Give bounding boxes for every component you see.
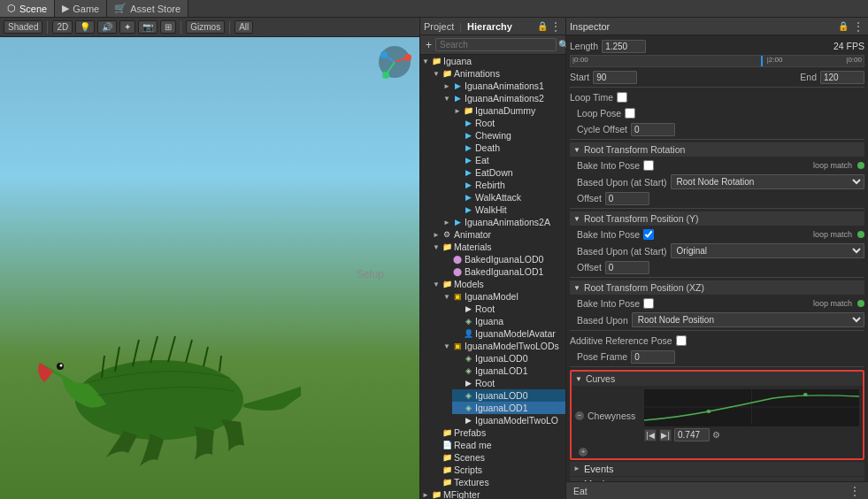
tree-textures[interactable]: 📁 Textures (431, 476, 565, 488)
tree-models[interactable]: 📁 Models (431, 278, 565, 290)
inspector-lock-icon[interactable]: 🔒 (838, 21, 849, 31)
tree-view[interactable]: 📁 Iguana 📁 Animations ▶ IguanaAnimations… (420, 55, 565, 499)
tree-chewing[interactable]: ▶ Chewing (452, 129, 565, 142)
tree-anim2[interactable]: ▶ IguanaAnimations2 (442, 92, 565, 104)
hier-dots-icon[interactable]: ⋮ (549, 19, 562, 34)
tree-death[interactable]: ▶ Death (452, 142, 565, 154)
add-button[interactable]: + (424, 39, 434, 51)
tree-anim1[interactable]: ▶ IguanaAnimations1 (442, 80, 565, 92)
tree-iguana[interactable]: 📁 Iguana (420, 55, 565, 67)
length-input[interactable] (602, 40, 646, 53)
inspector-menu-icon[interactable]: ⋮ (852, 19, 864, 34)
project-tab[interactable]: Project (424, 21, 454, 32)
mfighter-icon: 📁 (431, 489, 442, 499)
tree-two-lods[interactable]: ▣ IguanaModelTwoLODs (442, 340, 565, 352)
curves-header[interactable]: ▼ Curves (572, 372, 863, 386)
tree-anim2a[interactable]: ▶ IguanaAnimations2A (442, 216, 565, 228)
tree-dummy[interactable]: 📁 IguanaDummy (452, 104, 565, 117)
audio-btn[interactable]: 🔊 (97, 20, 117, 34)
tree-materials[interactable]: 📁 Materials (431, 241, 565, 253)
additive-pose-checkbox[interactable] (676, 335, 687, 346)
tab-scene[interactable]: ⬡ Scene (0, 0, 55, 17)
grid-btn[interactable]: ⊞ (160, 20, 176, 34)
animator-icon: ⚙ (442, 229, 452, 240)
cycle-offset-input[interactable] (631, 123, 675, 136)
camera-btn[interactable]: 📷 (138, 20, 157, 34)
end-input[interactable] (820, 71, 864, 84)
tree-mat-lod1[interactable]: ⬤ BakedIguanaLOD1 (442, 265, 565, 278)
tree-rebirth[interactable]: ▶ Rebirth (452, 179, 565, 191)
pose-frame-input[interactable] (631, 350, 675, 364)
tree-model-two-lo[interactable]: ▶ IguanaModelTwoLO (452, 414, 565, 426)
based-upon-start2-select[interactable]: Original (671, 243, 864, 258)
hierarchy-tab[interactable]: Hierarchy (467, 21, 512, 32)
bake-pose3-checkbox[interactable] (643, 298, 654, 309)
bake-pose1-checkbox[interactable] (643, 160, 654, 171)
curve-gear-icon[interactable]: ⚙ (712, 430, 720, 440)
tree-scripts[interactable]: 📁 Scripts (431, 464, 565, 476)
tree-root1[interactable]: ▶ Root (452, 117, 565, 129)
tree-animations[interactable]: 📁 Animations (431, 67, 565, 80)
root-rotation-header[interactable]: ▼ Root Transform Rotation (570, 142, 864, 157)
tree-model-root[interactable]: ▶ Root (452, 303, 565, 315)
tree-lod1a[interactable]: ◈ IguanaLOD1 (452, 365, 565, 377)
curve-next-btn[interactable]: ▶| (659, 429, 672, 441)
tree-walkhit[interactable]: ▶ WalkHit (452, 203, 565, 216)
search-input[interactable] (435, 38, 557, 51)
tree-eat[interactable]: ▶ Eat (452, 154, 565, 166)
tab-asset-store[interactable]: 🛒 Asset Store (107, 0, 188, 17)
events-section[interactable]: ► Events (570, 462, 864, 476)
tab-game[interactable]: ▶ Game (55, 0, 107, 17)
all-dropdown[interactable]: All (234, 20, 253, 34)
tree-lod0b[interactable]: ◈ IguanaLOD0 (452, 389, 565, 402)
loop-time-label: Loop Time (570, 92, 613, 103)
hier-lock-icon[interactable]: 🔒 (537, 21, 548, 31)
gizmos-dropdown[interactable]: Gizmos (186, 20, 225, 34)
offset2-input[interactable] (605, 261, 649, 274)
loop-time-checkbox[interactable] (617, 92, 627, 103)
bake-pose2-checkbox[interactable] (643, 229, 654, 240)
fx-btn[interactable]: ✦ (119, 20, 135, 34)
tree-iguana-model[interactable]: ▣ IguanaModel (442, 290, 565, 303)
root-pos-xz-header[interactable]: ▼ Root Transform Position (XZ) (570, 280, 864, 295)
2d-btn[interactable]: 2D (52, 20, 73, 34)
remove-curve-btn[interactable]: − (575, 411, 584, 420)
light-btn[interactable]: 💡 (75, 20, 95, 34)
tree-scenes[interactable]: 📁 Scenes (431, 451, 565, 464)
tree-readme[interactable]: 📄 Read me (431, 439, 565, 451)
curve-canvas[interactable] (644, 389, 859, 426)
tree-mfighter[interactable]: 📁 MFighter (420, 488, 565, 499)
model-avatar-icon: 👤 (463, 328, 473, 339)
start-input[interactable] (593, 71, 637, 84)
bottom-dots-icon[interactable]: ⋮ (849, 484, 861, 498)
based-upon-start1-select[interactable]: Root Node Rotation (671, 174, 864, 189)
curves-label: Curves (586, 373, 615, 384)
tree-lod0a[interactable]: ◈ IguanaLOD0 (452, 352, 565, 365)
root-pos-y-header[interactable]: ▼ Root Transform Position (Y) (570, 211, 864, 226)
pos-xz-arrow: ▼ (573, 284, 580, 292)
tab-bar: ⬡ Scene ▶ Game 🛒 Asset Store (0, 0, 868, 18)
loop-pose-checkbox[interactable] (625, 108, 635, 119)
iguana-container (18, 267, 301, 472)
tree-animator[interactable]: ⚙ Animator (431, 228, 565, 241)
iguana-arrow (422, 58, 431, 65)
add-curve-btn[interactable]: + (579, 448, 588, 457)
add-curve-row: + (572, 443, 863, 458)
tree-eatdown[interactable]: ▶ EatDown (452, 166, 565, 179)
bake-pose1-row: Bake Into Pose loop match (577, 158, 864, 173)
tree-model-iguana[interactable]: ◈ Iguana (452, 315, 565, 327)
tree-prefabs[interactable]: 📁 Prefabs (431, 426, 565, 439)
tree-lod1b[interactable]: ◈ IguanaLOD1 (452, 402, 565, 414)
tree-walkattack[interactable]: ▶ WalkAttack (452, 191, 565, 203)
iguana-model-icon: ▣ (452, 291, 463, 302)
tree-model-avatar[interactable]: 👤 IguanaModelAvatar (452, 327, 565, 340)
offset1-input[interactable] (605, 192, 649, 205)
tree-mat-lod0[interactable]: ⬤ BakedIguanaLOD0 (442, 253, 565, 265)
root2-icon: ▶ (463, 378, 473, 388)
based-upon3-select[interactable]: Root Node Position (632, 312, 864, 327)
curve-value-input[interactable] (674, 428, 710, 441)
tree-root2[interactable]: ▶ Root (452, 377, 565, 389)
shaded-dropdown[interactable]: Shaded (4, 20, 42, 34)
curve-prev-btn[interactable]: |◀ (644, 429, 657, 441)
setup-text: Setup (357, 268, 384, 280)
